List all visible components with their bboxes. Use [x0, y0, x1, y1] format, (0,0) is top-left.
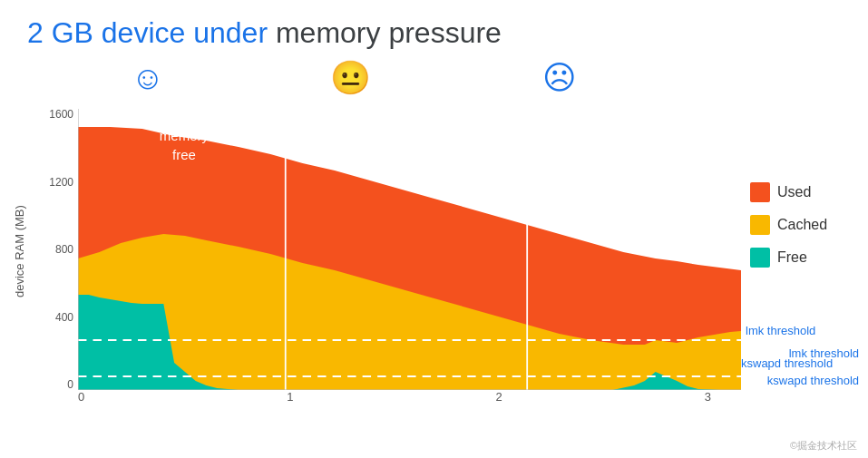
- x-tick-3: 3: [705, 390, 711, 404]
- page-title: 2 GB device under memory pressure: [0, 0, 868, 59]
- emoji-row: ☺ 😐 ☹: [33, 59, 741, 109]
- emoji-neutral: 😐: [330, 59, 371, 97]
- free-swatch: [750, 248, 770, 268]
- y-tick-1200: 1200: [33, 177, 78, 188]
- kswapd-threshold-text: kswapd threshold: [767, 374, 859, 387]
- used-swatch: [750, 182, 770, 202]
- legend-item-used: Used: [750, 182, 850, 202]
- cached-swatch: [750, 215, 770, 235]
- x-axis: 0 1 2 3: [78, 390, 741, 417]
- legend-label-free: Free: [777, 249, 807, 266]
- legend-item-free: Free: [750, 248, 850, 268]
- y-tick-400: 400: [33, 312, 78, 323]
- emoji-happy: ☺: [131, 59, 164, 97]
- y-tick-800: 800: [33, 244, 78, 255]
- legend-item-cached: Cached: [750, 215, 850, 235]
- emoji-sad: ☹: [542, 59, 577, 97]
- x-tick-1: 1: [287, 390, 293, 404]
- watermark: ©掘金技术社区: [790, 439, 857, 453]
- chart-area: 1600 1200 800 400 0: [33, 109, 741, 417]
- legend-label-cached: Cached: [777, 217, 827, 233]
- lmk-threshold-text: lmk threshold: [789, 346, 859, 360]
- chart-svg: memoryfree page reclaim(kswapd) low memo…: [78, 109, 741, 390]
- x-tick-0: 0: [78, 390, 84, 404]
- lmk-threshold-label: lmk threshold: [746, 324, 845, 337]
- legend-label-used: Used: [777, 184, 811, 200]
- y-tick-0: 0: [33, 379, 78, 390]
- x-tick-2: 2: [496, 390, 502, 404]
- y-axis-label: device RAM (MB): [9, 59, 29, 417]
- y-tick-1600: 1600: [33, 109, 78, 120]
